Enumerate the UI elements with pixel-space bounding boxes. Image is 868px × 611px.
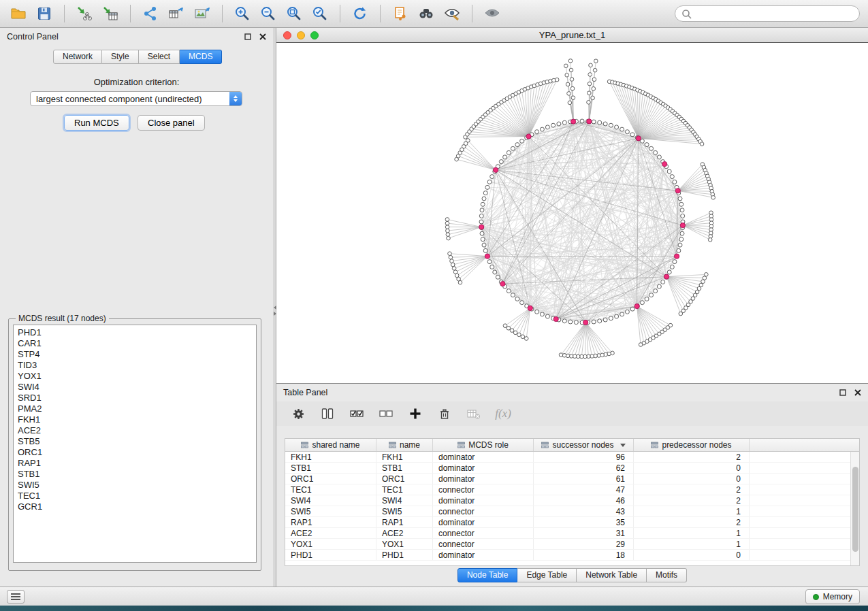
cell-name: ORC1 [376, 474, 433, 484]
zoom-out-button[interactable] [258, 3, 278, 24]
mcds-result-item[interactable]: ACE2 [18, 425, 256, 436]
status-menu-button[interactable] [7, 590, 25, 604]
network-window-titlebar[interactable]: YPA_prune.txt_1 [276, 28, 868, 43]
mcds-result-item[interactable]: SWI5 [18, 480, 256, 491]
table-scrollbar[interactable] [850, 452, 859, 565]
filter-edit-button[interactable] [442, 3, 462, 24]
tab-select[interactable]: Select [139, 50, 180, 64]
close-panel-icon[interactable] [259, 33, 266, 40]
mcds-result-item[interactable]: STB1 [18, 469, 256, 480]
criterion-dropdown[interactable]: largest connected component (undirected) [30, 91, 242, 106]
zoom-selected-button[interactable] [310, 3, 330, 24]
column-header-predecessor-nodes[interactable]: predecessor nodes [634, 439, 750, 451]
export-network-icon [142, 5, 159, 22]
mcds-result-item[interactable]: STP4 [18, 349, 256, 360]
import-table-button[interactable] [100, 3, 120, 24]
open-session-button[interactable] [8, 3, 29, 24]
table-row[interactable]: SWI5 SWI5 connector 43 1 [285, 506, 859, 517]
table-row[interactable]: STB1 STB1 dominator 62 0 [285, 463, 859, 474]
maximize-window-icon[interactable] [310, 31, 319, 39]
import-network-button[interactable] [74, 3, 95, 24]
mcds-result-item[interactable]: PMA2 [18, 403, 256, 414]
tab-edge-table[interactable]: Edge Table [517, 568, 577, 582]
zoom-in-button[interactable] [232, 3, 253, 24]
cell-mcds-role: connector [433, 506, 534, 516]
show-columns-button[interactable] [319, 406, 336, 422]
sort-chevron-icon[interactable] [620, 444, 626, 447]
search-objects-button[interactable] [416, 3, 436, 24]
column-header-filler [750, 439, 859, 451]
close-panel-button[interactable]: Close panel [138, 115, 205, 131]
mcds-result-list[interactable]: PHD1CAR1STP4TID3YOX1SWI4SRD1PMA2FKH1ACE2… [13, 325, 257, 563]
export-image-button[interactable] [192, 3, 212, 24]
tab-network-table[interactable]: Network Table [577, 568, 647, 582]
mcds-result-item[interactable]: RAP1 [18, 458, 256, 469]
column-header-shared-name[interactable]: shared name [285, 439, 376, 451]
mcds-result-item[interactable]: TID3 [18, 360, 256, 371]
deselect-all-button[interactable] [378, 406, 394, 422]
table-row[interactable]: YOX1 YOX1 connector 29 1 [285, 539, 859, 550]
tab-node-table[interactable]: Node Table [457, 568, 518, 582]
export-image-icon [194, 5, 210, 22]
memory-button[interactable]: Memory [805, 589, 860, 604]
save-session-button[interactable] [34, 3, 54, 24]
refresh-view-button[interactable] [350, 3, 370, 24]
close-window-icon[interactable] [283, 31, 291, 39]
table-row[interactable]: RAP1 RAP1 dominator 35 2 [285, 517, 859, 528]
search-input[interactable] [696, 8, 853, 19]
mcds-result-item[interactable]: STB5 [18, 436, 256, 447]
cell-filler [750, 539, 859, 549]
table-row[interactable]: ACE2 ACE2 connector 31 1 [285, 528, 859, 539]
function-builder-button[interactable]: f(x) [495, 406, 511, 422]
column-header-successor-nodes[interactable]: successor nodes [534, 439, 634, 451]
table-toolbar: f(x) [276, 401, 868, 426]
mcds-result-item[interactable]: GCR1 [18, 501, 256, 512]
tab-network[interactable]: Network [53, 50, 102, 64]
tab-motifs[interactable]: Motifs [647, 568, 687, 582]
delete-row-button[interactable] [436, 406, 453, 422]
node-table-body: FKH1 FKH1 dominator 96 2 STB1 STB1 domin… [285, 452, 859, 561]
float-window-icon[interactable] [839, 389, 846, 396]
run-mcds-button[interactable]: Run MCDS [64, 115, 129, 131]
table-panel-header: Table Panel [276, 384, 868, 401]
clone-network-button[interactable] [390, 3, 411, 24]
table-row[interactable]: FKH1 FKH1 dominator 96 2 [285, 452, 859, 463]
delete-table-icon [467, 408, 481, 420]
show-hide-button[interactable] [482, 3, 502, 24]
export-network-button[interactable] [140, 3, 161, 24]
mcds-result-item[interactable]: CAR1 [18, 338, 256, 349]
column-header-name[interactable]: name [376, 439, 433, 451]
table-row[interactable]: ORC1 ORC1 dominator 61 0 [285, 474, 859, 484]
select-all-button[interactable] [349, 406, 365, 422]
cell-name: SWI5 [376, 506, 433, 516]
mcds-result-item[interactable]: SRD1 [18, 393, 256, 403]
tab-mcds[interactable]: MCDS [180, 50, 222, 64]
toolbar-separator [130, 5, 131, 22]
plus-icon [409, 408, 421, 420]
minimize-window-icon[interactable] [297, 31, 305, 39]
cell-successor-nodes: 47 [534, 484, 634, 495]
table-settings-button[interactable] [290, 406, 306, 422]
network-canvas[interactable] [276, 43, 868, 383]
table-scrollbar-thumb[interactable] [852, 467, 858, 552]
column-label: successor nodes [552, 440, 613, 450]
table-row[interactable]: PHD1 PHD1 dominator 18 0 [285, 550, 859, 561]
export-table-button[interactable] [166, 3, 187, 24]
zoom-fit-button[interactable] [284, 3, 304, 24]
mcds-result-item[interactable]: PHD1 [18, 327, 256, 338]
float-window-icon[interactable] [244, 33, 251, 40]
mcds-result-item[interactable]: SWI4 [18, 382, 256, 393]
close-panel-icon[interactable] [854, 389, 861, 396]
mcds-result-item[interactable]: YOX1 [18, 371, 256, 382]
mcds-result-item[interactable]: FKH1 [18, 414, 256, 425]
search-box[interactable] [675, 5, 860, 22]
toolbar-separator [64, 5, 65, 22]
mcds-result-item[interactable]: ORC1 [18, 447, 256, 458]
mcds-result-item[interactable]: TEC1 [18, 491, 256, 501]
tab-style[interactable]: Style [102, 50, 139, 64]
cell-mcds-role: dominator [433, 452, 534, 462]
table-row[interactable]: SWI4 SWI4 dominator 46 2 [285, 495, 859, 506]
add-row-button[interactable] [407, 406, 423, 422]
column-header-mcds-role[interactable]: MCDS role [433, 439, 534, 451]
table-row[interactable]: TEC1 TEC1 connector 47 2 [285, 484, 859, 495]
